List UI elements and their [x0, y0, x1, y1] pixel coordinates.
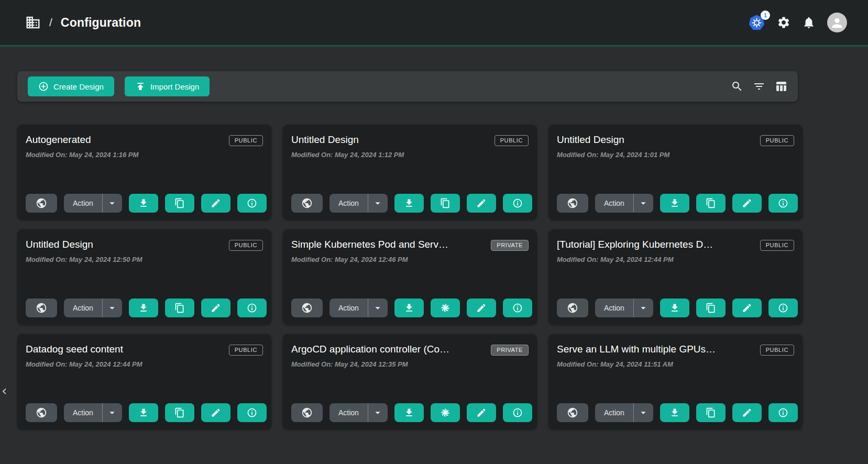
clone-button[interactable] — [165, 194, 194, 213]
bell-icon[interactable] — [802, 16, 816, 29]
edit-icon — [476, 407, 487, 418]
download-button[interactable] — [394, 299, 424, 317]
chevron-down-icon — [106, 302, 118, 314]
kubernetes-context-icon[interactable]: 1 — [748, 14, 765, 31]
upload-icon — [135, 81, 146, 92]
chevron-down-icon — [638, 407, 649, 418]
action-dropdown-button[interactable] — [634, 299, 653, 317]
visibility-globe-button[interactable] — [26, 403, 57, 422]
visibility-badge: PUBLIC — [760, 135, 794, 146]
design-card: Untitled Design PUBLIC Modified On: May … — [548, 125, 803, 220]
info-button[interactable] — [768, 194, 798, 213]
action-button[interactable]: Action — [595, 403, 633, 422]
design-button[interactable] — [431, 299, 460, 317]
edit-button[interactable] — [467, 194, 496, 213]
download-button[interactable] — [129, 299, 158, 317]
action-button[interactable]: Action — [64, 194, 102, 213]
info-button[interactable] — [503, 194, 532, 213]
edit-button[interactable] — [201, 194, 230, 213]
modified-timestamp: Modified On: May 24, 2024 12:50 PM — [26, 256, 263, 263]
clone-button[interactable] — [165, 299, 194, 317]
globe-icon — [567, 302, 578, 314]
card-action-row: Action — [291, 403, 532, 422]
import-design-button[interactable]: Import Design — [125, 76, 210, 96]
clone-button[interactable] — [696, 194, 726, 213]
info-icon — [778, 407, 788, 418]
visibility-globe-button[interactable] — [291, 403, 323, 422]
visibility-globe-button[interactable] — [26, 194, 57, 213]
info-button[interactable] — [768, 299, 798, 317]
action-dropdown-button[interactable] — [634, 403, 653, 422]
visibility-badge: PUBLIC — [229, 135, 263, 146]
edit-button[interactable] — [732, 299, 762, 317]
download-button[interactable] — [129, 194, 158, 213]
edit-button[interactable] — [467, 299, 496, 317]
clone-button[interactable] — [696, 403, 726, 422]
action-dropdown-button[interactable] — [368, 194, 388, 213]
download-icon — [138, 198, 149, 208]
download-button[interactable] — [660, 194, 689, 213]
building-icon[interactable] — [25, 15, 41, 30]
action-dropdown-button[interactable] — [368, 403, 388, 422]
table-view-icon[interactable] — [775, 80, 787, 93]
edit-button[interactable] — [201, 299, 230, 317]
create-design-button[interactable]: Create Design — [28, 76, 114, 96]
visibility-globe-button[interactable] — [291, 299, 323, 317]
info-icon — [247, 407, 257, 418]
action-button[interactable]: Action — [64, 299, 102, 317]
download-icon — [669, 198, 680, 208]
design-button[interactable] — [431, 403, 460, 422]
design-card: Untitled Design PUBLIC Modified On: May … — [17, 229, 271, 325]
download-button[interactable] — [394, 194, 424, 213]
action-button[interactable]: Action — [64, 403, 102, 422]
visibility-globe-button[interactable] — [291, 194, 323, 213]
sidebar-collapse-handle[interactable]: ‹ — [2, 384, 7, 397]
action-button[interactable]: Action — [595, 194, 633, 213]
design-title: Autogenerated — [26, 134, 91, 146]
search-icon[interactable] — [731, 80, 743, 93]
visibility-globe-button[interactable] — [557, 403, 588, 422]
action-dropdown-button[interactable] — [103, 403, 122, 422]
action-button[interactable]: Action — [329, 194, 368, 213]
edit-button[interactable] — [467, 403, 496, 422]
modified-timestamp: Modified On: May 24, 2024 12:44 PM — [26, 360, 263, 368]
info-button[interactable] — [237, 194, 267, 213]
create-design-label: Create Design — [53, 82, 104, 91]
clone-button[interactable] — [431, 194, 460, 213]
download-button[interactable] — [660, 403, 689, 422]
action-dropdown-button[interactable] — [103, 194, 122, 213]
action-dropdown-button[interactable] — [103, 299, 122, 317]
info-button[interactable] — [237, 299, 267, 317]
gear-icon[interactable] — [777, 16, 790, 29]
download-icon — [404, 198, 414, 208]
edit-button[interactable] — [732, 403, 762, 422]
globe-icon — [301, 197, 313, 209]
info-button[interactable] — [768, 403, 798, 422]
action-button[interactable]: Action — [329, 403, 368, 422]
info-icon — [512, 198, 523, 208]
download-button[interactable] — [394, 403, 424, 422]
action-dropdown-button[interactable] — [634, 194, 653, 213]
download-button[interactable] — [129, 403, 158, 422]
info-icon — [512, 303, 523, 313]
visibility-globe-button[interactable] — [26, 299, 57, 317]
action-button[interactable]: Action — [329, 299, 368, 317]
avatar[interactable] — [827, 13, 847, 32]
design-card: ArgoCD application controller (Co… PRIVA… — [283, 334, 537, 429]
edit-button[interactable] — [732, 194, 762, 213]
filter-icon[interactable] — [753, 80, 765, 93]
info-button[interactable] — [503, 299, 532, 317]
visibility-globe-button[interactable] — [557, 194, 588, 213]
clone-button[interactable] — [696, 299, 726, 317]
edit-button[interactable] — [201, 403, 230, 422]
visibility-globe-button[interactable] — [557, 299, 588, 317]
clone-button[interactable] — [165, 403, 194, 422]
download-button[interactable] — [660, 299, 689, 317]
visibility-badge: PUBLIC — [229, 345, 263, 356]
design-card: Serve an LLM with multiple GPUs… PUBLIC … — [548, 334, 803, 429]
action-button[interactable]: Action — [595, 299, 633, 317]
action-dropdown-button[interactable] — [368, 299, 388, 317]
info-button[interactable] — [503, 403, 532, 422]
info-button[interactable] — [237, 403, 267, 422]
modified-timestamp: Modified On: May 24, 2024 11:51 AM — [557, 360, 794, 368]
